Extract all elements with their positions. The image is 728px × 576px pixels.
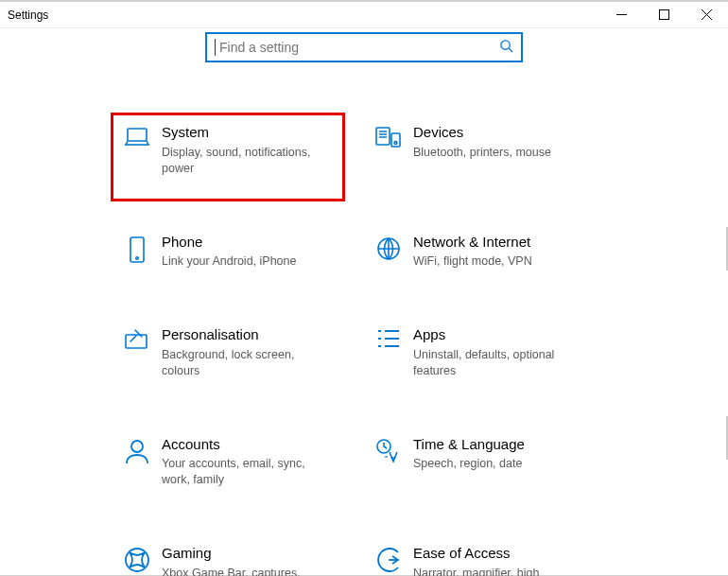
tile-ease-of-access[interactable]: Ease of Access Narrator, magnifier, high… [364,539,615,576]
tile-desc: Narrator, magnifier, high contrast [413,566,583,576]
svg-point-7 [136,256,139,259]
svg-point-5 [394,142,397,145]
tile-gaming[interactable]: Gaming Xbox Game Bar, captures, Game Mod… [113,539,364,576]
tile-title: Time & Language [413,436,525,454]
paintbrush-icon [123,328,151,355]
tile-apps[interactable]: Apps Uninstall, defaults, optional featu… [364,321,615,385]
tile-desc: WiFi, flight mode, VPN [413,253,532,270]
tile-title: Network & Internet [413,234,532,252]
maximize-button[interactable] [643,2,685,27]
gaming-icon [124,547,150,576]
svg-rect-0 [660,10,669,20]
window-controls [600,2,728,27]
search-container [205,32,523,62]
svg-point-10 [131,441,143,452]
devices-icon [374,126,403,154]
settings-grid: System Display, sound, notifications, po… [80,118,648,576]
svg-point-1 [501,41,510,49]
tile-personalisation[interactable]: Personalisation Background, lock screen,… [113,321,364,385]
tile-devices[interactable]: Devices Bluetooth, printers, mouse [364,118,615,183]
content-area: System Display, sound, notifications, po… [0,28,728,576]
close-icon [702,9,712,20]
svg-rect-3 [376,128,390,145]
minimize-icon [616,9,627,20]
tile-accounts[interactable]: Accounts Your accounts, email, sync, wor… [113,430,364,495]
tile-title: Phone [162,234,296,252]
globe-icon [375,236,402,266]
settings-window: Settings [0,0,728,576]
maximize-icon [659,9,669,20]
tile-phone[interactable]: Phone Link your Android, iPhone [113,228,364,276]
tile-desc: Your accounts, email, sync, work, family [162,456,332,488]
search-box[interactable] [205,32,523,62]
tile-time-language[interactable]: Time & Language Speech, region, date [364,430,615,495]
tile-title: Devices [413,124,551,142]
tile-desc: Speech, region, date [413,456,525,472]
svg-rect-2 [128,129,147,141]
time-language-icon [374,438,403,466]
search-input[interactable] [217,39,499,56]
svg-point-12 [126,549,148,571]
tile-title: Accounts [162,436,332,454]
list-icon [376,328,401,353]
minimize-button[interactable] [600,2,643,27]
tile-title: Personalisation [162,326,332,344]
tile-title: Ease of Access [413,545,583,563]
close-button[interactable] [685,2,728,27]
tile-desc: Xbox Game Bar, captures, Game Mode [162,566,332,576]
tile-desc: Background, lock screen, colours [162,347,332,379]
tile-desc: Display, sound, notifications, power [162,145,332,177]
laptop-icon [123,126,151,152]
person-icon [125,438,149,468]
window-title: Settings [8,9,48,22]
phone-icon [128,236,147,268]
titlebar: Settings [0,2,728,28]
tile-desc: Bluetooth, printers, mouse [413,145,551,161]
tile-desc: Link your Android, iPhone [162,253,296,270]
search-icon [499,39,513,56]
text-caret [215,39,216,56]
tile-network[interactable]: Network & Internet WiFi, flight mode, VP… [364,228,615,276]
tile-title: Apps [413,326,583,344]
tile-title: Gaming [162,545,332,563]
tile-desc: Uninstall, defaults, optional features [413,347,583,379]
svg-rect-6 [130,237,144,262]
tile-title: System [162,124,332,142]
ease-of-access-icon [375,547,402,576]
tile-system[interactable]: System Display, sound, notifications, po… [113,118,364,183]
